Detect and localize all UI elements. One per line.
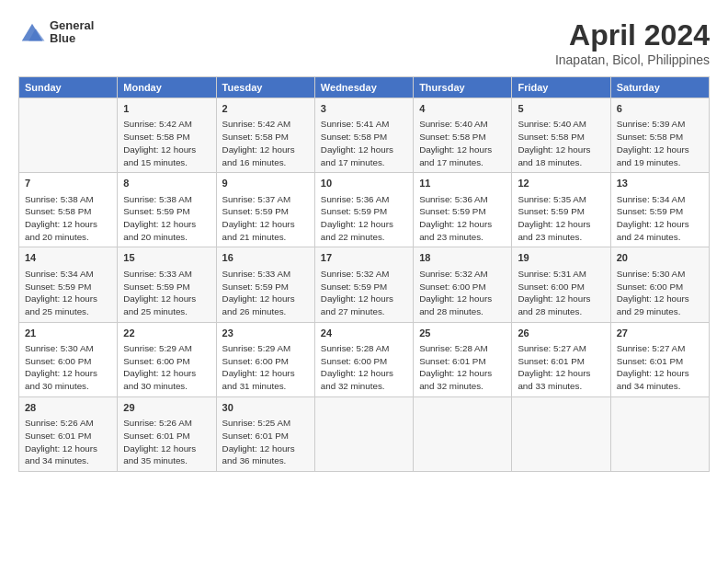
day-number: 26 <box>518 327 604 340</box>
calendar-cell: 12Sunrise: 5:35 AM Sunset: 5:59 PM Dayli… <box>512 173 610 247</box>
header-cell-wednesday: Wednesday <box>314 77 413 98</box>
calendar-cell: 13Sunrise: 5:34 AM Sunset: 5:59 PM Dayli… <box>610 173 709 247</box>
cell-info: Sunrise: 5:38 AM Sunset: 5:58 PM Dayligh… <box>25 193 111 244</box>
calendar-table: SundayMondayTuesdayWednesdayThursdayFrid… <box>18 76 710 472</box>
day-number: 27 <box>617 327 703 340</box>
cell-info: Sunrise: 5:25 AM Sunset: 6:01 PM Dayligh… <box>222 417 309 467</box>
calendar-cell: 25Sunrise: 5:28 AM Sunset: 6:01 PM Dayli… <box>414 322 512 396</box>
day-number: 15 <box>123 251 210 265</box>
calendar-cell <box>610 396 709 471</box>
cell-info: Sunrise: 5:32 AM Sunset: 5:59 PM Dayligh… <box>321 268 407 318</box>
day-number: 8 <box>123 177 210 190</box>
calendar-cell: 21Sunrise: 5:30 AM Sunset: 6:00 PM Dayli… <box>19 322 118 396</box>
calendar-cell: 18Sunrise: 5:32 AM Sunset: 6:00 PM Dayli… <box>414 247 512 322</box>
logo: General Blue <box>18 18 94 46</box>
cell-info: Sunrise: 5:41 AM Sunset: 5:58 PM Dayligh… <box>321 118 407 168</box>
calendar-cell: 8Sunrise: 5:38 AM Sunset: 5:59 PM Daylig… <box>118 173 216 247</box>
calendar-cell: 1Sunrise: 5:42 AM Sunset: 5:58 PM Daylig… <box>118 98 216 173</box>
day-number: 24 <box>321 327 407 340</box>
cell-info: Sunrise: 5:29 AM Sunset: 6:00 PM Dayligh… <box>123 342 210 393</box>
calendar-cell: 30Sunrise: 5:25 AM Sunset: 6:01 PM Dayli… <box>216 396 314 471</box>
header-cell-friday: Friday <box>512 77 610 98</box>
calendar-body: 1Sunrise: 5:42 AM Sunset: 5:58 PM Daylig… <box>19 98 710 472</box>
calendar-cell: 23Sunrise: 5:29 AM Sunset: 6:00 PM Dayli… <box>216 322 314 396</box>
calendar-cell: 17Sunrise: 5:32 AM Sunset: 5:59 PM Dayli… <box>314 247 413 322</box>
cell-info: Sunrise: 5:28 AM Sunset: 6:00 PM Dayligh… <box>321 342 407 393</box>
day-number: 10 <box>321 177 407 190</box>
logo-text: General Blue <box>50 19 94 46</box>
week-row-3: 21Sunrise: 5:30 AM Sunset: 6:00 PM Dayli… <box>19 322 710 396</box>
calendar-cell: 9Sunrise: 5:37 AM Sunset: 5:59 PM Daylig… <box>216 173 314 247</box>
cell-info: Sunrise: 5:39 AM Sunset: 5:58 PM Dayligh… <box>617 118 703 168</box>
day-number: 25 <box>419 327 506 340</box>
day-number: 5 <box>518 102 604 116</box>
cell-info: Sunrise: 5:40 AM Sunset: 5:58 PM Dayligh… <box>518 118 604 168</box>
calendar-cell: 24Sunrise: 5:28 AM Sunset: 6:00 PM Dayli… <box>314 322 413 396</box>
cell-info: Sunrise: 5:42 AM Sunset: 5:58 PM Dayligh… <box>123 118 210 168</box>
calendar-cell: 27Sunrise: 5:27 AM Sunset: 6:01 PM Dayli… <box>610 322 709 396</box>
cell-info: Sunrise: 5:32 AM Sunset: 6:00 PM Dayligh… <box>419 268 506 318</box>
day-number: 17 <box>321 251 407 265</box>
page-subtitle: Inapatan, Bicol, Philippines <box>555 52 710 67</box>
cell-info: Sunrise: 5:30 AM Sunset: 6:00 PM Dayligh… <box>617 268 703 318</box>
calendar-cell <box>314 396 413 471</box>
calendar-header-row: SundayMondayTuesdayWednesdayThursdayFrid… <box>19 77 710 98</box>
week-row-4: 28Sunrise: 5:26 AM Sunset: 6:01 PM Dayli… <box>19 396 710 471</box>
header: General Blue April 2024 Inapatan, Bicol,… <box>18 18 710 67</box>
day-number: 1 <box>123 102 210 116</box>
day-number: 20 <box>617 251 703 265</box>
cell-info: Sunrise: 5:31 AM Sunset: 6:00 PM Dayligh… <box>518 268 604 318</box>
week-row-2: 14Sunrise: 5:34 AM Sunset: 5:59 PM Dayli… <box>19 247 710 322</box>
day-number: 13 <box>617 177 703 190</box>
cell-info: Sunrise: 5:40 AM Sunset: 5:58 PM Dayligh… <box>419 118 506 168</box>
calendar-cell: 10Sunrise: 5:36 AM Sunset: 5:59 PM Dayli… <box>314 173 413 247</box>
header-cell-thursday: Thursday <box>414 77 512 98</box>
calendar-cell <box>414 396 512 471</box>
day-number: 28 <box>25 401 111 415</box>
logo-icon <box>18 18 46 46</box>
day-number: 7 <box>25 177 111 190</box>
calendar-cell: 19Sunrise: 5:31 AM Sunset: 6:00 PM Dayli… <box>512 247 610 322</box>
cell-info: Sunrise: 5:26 AM Sunset: 6:01 PM Dayligh… <box>25 417 111 467</box>
cell-info: Sunrise: 5:26 AM Sunset: 6:01 PM Dayligh… <box>123 417 210 467</box>
calendar-cell <box>19 98 118 173</box>
calendar-cell: 22Sunrise: 5:29 AM Sunset: 6:00 PM Dayli… <box>118 322 216 396</box>
cell-info: Sunrise: 5:34 AM Sunset: 5:59 PM Dayligh… <box>617 193 703 244</box>
calendar-cell: 5Sunrise: 5:40 AM Sunset: 5:58 PM Daylig… <box>512 98 610 173</box>
header-cell-monday: Monday <box>118 77 216 98</box>
calendar-cell: 7Sunrise: 5:38 AM Sunset: 5:58 PM Daylig… <box>19 173 118 247</box>
week-row-0: 1Sunrise: 5:42 AM Sunset: 5:58 PM Daylig… <box>19 98 710 173</box>
day-number: 12 <box>518 177 604 190</box>
calendar-cell: 26Sunrise: 5:27 AM Sunset: 6:01 PM Dayli… <box>512 322 610 396</box>
cell-info: Sunrise: 5:37 AM Sunset: 5:59 PM Dayligh… <box>222 193 309 244</box>
day-number: 21 <box>25 327 111 340</box>
day-number: 18 <box>419 251 506 265</box>
day-number: 11 <box>419 177 506 190</box>
calendar-cell: 4Sunrise: 5:40 AM Sunset: 5:58 PM Daylig… <box>414 98 512 173</box>
calendar-cell: 11Sunrise: 5:36 AM Sunset: 5:59 PM Dayli… <box>414 173 512 247</box>
calendar-cell: 16Sunrise: 5:33 AM Sunset: 5:59 PM Dayli… <box>216 247 314 322</box>
day-number: 16 <box>222 251 309 265</box>
cell-info: Sunrise: 5:35 AM Sunset: 5:59 PM Dayligh… <box>518 193 604 244</box>
calendar-cell: 3Sunrise: 5:41 AM Sunset: 5:58 PM Daylig… <box>314 98 413 173</box>
day-number: 30 <box>222 401 309 415</box>
calendar-cell: 28Sunrise: 5:26 AM Sunset: 6:01 PM Dayli… <box>19 396 118 471</box>
day-number: 3 <box>321 102 407 116</box>
cell-info: Sunrise: 5:33 AM Sunset: 5:59 PM Dayligh… <box>123 268 210 318</box>
day-number: 29 <box>123 401 210 415</box>
cell-info: Sunrise: 5:33 AM Sunset: 5:59 PM Dayligh… <box>222 268 309 318</box>
header-cell-sunday: Sunday <box>19 77 118 98</box>
day-number: 2 <box>222 102 309 116</box>
day-number: 19 <box>518 251 604 265</box>
day-number: 4 <box>419 102 506 116</box>
calendar-cell: 2Sunrise: 5:42 AM Sunset: 5:58 PM Daylig… <box>216 98 314 173</box>
cell-info: Sunrise: 5:30 AM Sunset: 6:00 PM Dayligh… <box>25 342 111 393</box>
page-title: April 2024 <box>555 18 710 52</box>
cell-info: Sunrise: 5:27 AM Sunset: 6:01 PM Dayligh… <box>617 342 703 393</box>
calendar-cell: 29Sunrise: 5:26 AM Sunset: 6:01 PM Dayli… <box>118 396 216 471</box>
logo-line2: Blue <box>50 32 94 45</box>
calendar-cell: 15Sunrise: 5:33 AM Sunset: 5:59 PM Dayli… <box>118 247 216 322</box>
calendar-cell <box>512 396 610 471</box>
title-area: April 2024 Inapatan, Bicol, Philippines <box>555 18 710 67</box>
calendar-cell: 6Sunrise: 5:39 AM Sunset: 5:58 PM Daylig… <box>610 98 709 173</box>
